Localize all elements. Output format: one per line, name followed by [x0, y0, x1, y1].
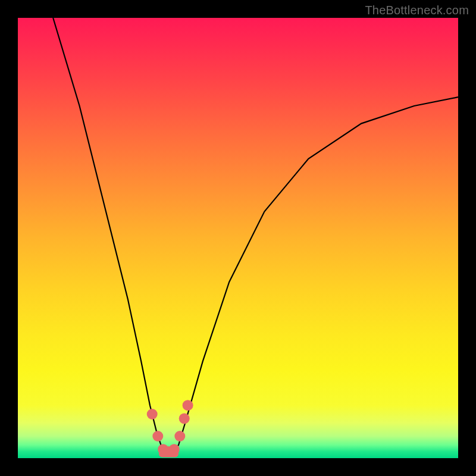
bottom-marker-bar — [159, 450, 178, 458]
curve-marker — [179, 413, 190, 424]
curve-marker — [174, 431, 185, 441]
curve-marker — [147, 409, 158, 419]
chart-frame: TheBottleneck.com — [0, 0, 476, 476]
watermark-text: TheBottleneck.com — [365, 4, 469, 17]
curve-marker — [183, 400, 193, 411]
plot-area — [18, 18, 458, 458]
curve-svg — [18, 18, 458, 458]
curve-markers — [147, 400, 193, 457]
curve-marker — [152, 431, 163, 441]
bottleneck-curve — [53, 18, 458, 454]
